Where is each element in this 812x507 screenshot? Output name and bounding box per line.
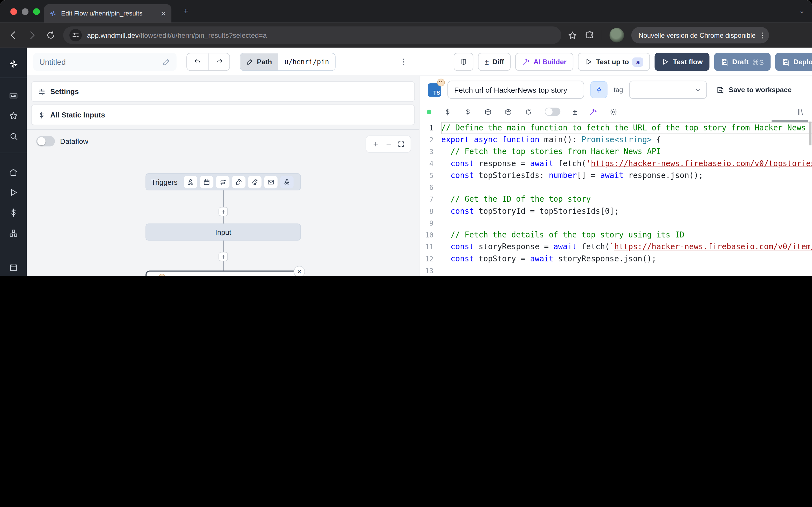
static-inputs-row[interactable]: All Static Inputs	[31, 105, 415, 125]
code-line[interactable]: 3 // Fetch the top stories from Hacker N…	[419, 146, 812, 158]
step-title-input[interactable]: Fetch url of HackerNews top story	[448, 81, 584, 99]
rail-item-variables-icon[interactable]	[9, 208, 18, 217]
pin-toggle-button[interactable]	[591, 81, 608, 98]
editor-hscrollbar[interactable]	[772, 120, 808, 122]
rail-item-resources-icon[interactable]	[9, 229, 18, 238]
code-line[interactable]: 8 const topStoryId = topStoriesIds[0];	[419, 205, 812, 217]
editor-vscrollbar[interactable]	[809, 122, 811, 145]
flow-name-field[interactable]: Untitled	[33, 53, 177, 71]
library-icon[interactable]	[797, 108, 805, 116]
package-icon[interactable]	[484, 108, 492, 116]
triggers-label: Triggers	[151, 178, 177, 186]
tab-close-icon[interactable]: ✕	[161, 10, 166, 17]
status-dot	[426, 109, 432, 114]
save-icon	[782, 58, 790, 66]
zoom-in-icon[interactable]	[372, 141, 379, 148]
windmill-favicon	[49, 10, 57, 17]
forward-icon[interactable]	[27, 30, 38, 41]
chrome-menu-icon[interactable]: ⋮	[759, 31, 766, 39]
redo-button[interactable]	[208, 53, 229, 70]
add-step-button[interactable]	[218, 252, 228, 261]
editor-toggle[interactable]	[545, 108, 560, 116]
editor-settings-icon[interactable]	[610, 108, 617, 116]
code-line[interactable]: 4 const response = await fetch('https://…	[419, 158, 812, 170]
code-line[interactable]: 13	[419, 265, 812, 276]
graph-zoom-controls	[366, 135, 411, 153]
rail-item-apps-icon[interactable]	[9, 91, 18, 100]
resources-icon[interactable]	[464, 108, 472, 116]
more-options-icon[interactable]: ⋮	[400, 57, 408, 66]
extensions-icon[interactable]	[585, 30, 595, 40]
tab-search-chevron-icon[interactable]: ⌄	[799, 7, 805, 15]
package-icon[interactable]	[504, 108, 512, 116]
address-bar[interactable]: app.windmill.dev/flows/edit/u/henri/pin_…	[63, 26, 561, 44]
reload-icon[interactable]	[46, 30, 56, 41]
step-a-node[interactable]: TS Fetch url of HackerNews top story a ✕	[146, 271, 301, 276]
window-close-button[interactable]	[10, 8, 17, 15]
triggers-node[interactable]: Triggers	[146, 173, 301, 190]
docs-button[interactable]	[454, 53, 473, 71]
code-line[interactable]: 2export async function main(): Promise<s…	[419, 134, 812, 146]
reset-icon[interactable]	[525, 108, 532, 116]
ai-builder-button[interactable]: AI Builder	[515, 53, 573, 71]
poll-trigger-icon[interactable]	[280, 176, 294, 188]
input-node[interactable]: Input	[146, 223, 301, 240]
windmill-logo[interactable]	[8, 59, 18, 69]
tag-select[interactable]	[629, 81, 707, 99]
dataflow-toggle[interactable]	[36, 136, 55, 147]
code-line[interactable]: 7 // Get the ID of the top story	[419, 193, 812, 205]
settings-row[interactable]: Settings	[31, 81, 415, 102]
rail-item-schedules-icon[interactable]	[9, 263, 18, 272]
ai-assist-icon[interactable]	[590, 108, 598, 116]
window-zoom-button[interactable]	[33, 8, 40, 15]
book-icon	[460, 58, 467, 66]
test-up-to-button[interactable]: Test up toa	[578, 53, 650, 71]
flow-name: Untitled	[40, 57, 66, 66]
settings-icon	[38, 88, 46, 96]
deploy-button[interactable]: Deploy	[775, 53, 812, 71]
code-line[interactable]: 5 const topStoriesIds: number[] = await …	[419, 170, 812, 181]
code-line[interactable]: 9	[419, 217, 812, 229]
screen: Edit Flow u/henri/pin_results ✕ + ⌄ app.…	[0, 0, 812, 276]
diff-button[interactable]: ±Diff	[478, 53, 511, 71]
code-line[interactable]: 11 const storyResponse = await fetch(`ht…	[419, 241, 812, 253]
back-icon[interactable]	[8, 30, 18, 41]
rail-item-runs-icon[interactable]	[9, 188, 18, 197]
draft-button[interactable]: Draft⌘S	[714, 53, 770, 71]
profile-avatar[interactable]	[610, 28, 624, 42]
add-step-button[interactable]	[218, 207, 228, 216]
code-line[interactable]: 10 // Fetch the details of the top story…	[419, 229, 812, 241]
code-line[interactable]: 1// Define the main function to fetch th…	[419, 122, 812, 134]
rail-item-search-icon[interactable]	[9, 131, 18, 141]
chrome-update-button[interactable]: Nouvelle version de Chrome disponible ⋮	[631, 27, 769, 44]
site-settings-icon[interactable]	[69, 29, 82, 41]
window-minimize-button[interactable]	[22, 8, 29, 15]
variables-icon[interactable]	[444, 108, 452, 116]
websocket-trigger-icon[interactable]	[232, 176, 246, 188]
route-trigger-icon[interactable]	[216, 176, 230, 188]
save-to-workspace-button[interactable]: Save to workspace	[716, 86, 792, 94]
email-trigger-icon[interactable]	[264, 176, 277, 188]
bookmark-icon[interactable]	[567, 30, 577, 40]
diff-mode-icon[interactable]: ±	[573, 107, 577, 116]
save-icon	[716, 86, 724, 94]
rail-item-home-icon[interactable]	[9, 168, 18, 177]
undo-button[interactable]	[187, 53, 208, 70]
edit-name-icon[interactable]	[163, 58, 170, 66]
zoom-out-icon[interactable]	[385, 141, 392, 148]
schedule-trigger-icon[interactable]	[200, 176, 213, 188]
remove-step-icon[interactable]: ✕	[294, 266, 305, 276]
test-flow-button[interactable]: Test flow	[655, 53, 709, 71]
kafka-trigger-icon[interactable]	[248, 176, 261, 188]
browser-tab[interactable]: Edit Flow u/henri/pin_results ✕	[44, 4, 171, 23]
code-line[interactable]: 6	[419, 182, 812, 193]
code-editor[interactable]: 1// Define the main function to fetch th…	[419, 120, 812, 276]
webhook-trigger-icon[interactable]	[184, 176, 197, 188]
tag-label: tag	[614, 86, 623, 94]
fit-view-icon[interactable]	[398, 141, 405, 148]
new-tab-button[interactable]: +	[180, 6, 192, 17]
path-button[interactable]: Path u/henri/pin	[240, 53, 336, 71]
code-line[interactable]: 12 const topStory = await storyResponse.…	[419, 253, 812, 265]
rail-item-favorites-icon[interactable]	[9, 111, 18, 121]
wand-icon	[522, 58, 530, 66]
